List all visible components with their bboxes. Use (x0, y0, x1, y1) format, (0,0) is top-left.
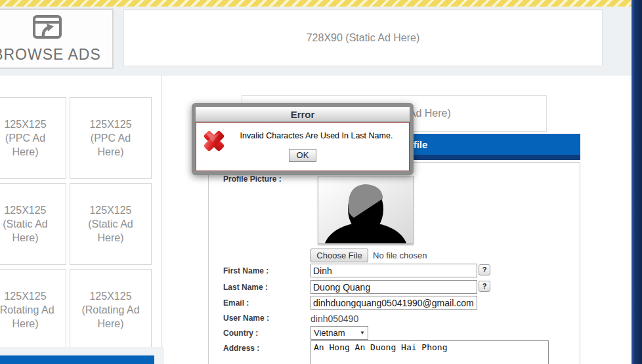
error-dialog-titlebar[interactable]: Error (196, 107, 410, 122)
user-name-label: User Name : (223, 313, 269, 323)
browse-ads-button[interactable]: BROWSE ADS (0, 9, 114, 69)
no-file-chosen-text: No file chosen (373, 251, 427, 260)
address-label: Address : (223, 344, 259, 353)
address-textarea[interactable]: An Hong An Duong Hai Phong (310, 340, 549, 364)
hazard-stripe (0, 0, 631, 7)
last-name-label: Last Name : (223, 283, 268, 292)
email-input[interactable] (310, 296, 477, 310)
country-select[interactable]: Vietnam ▼ (310, 326, 368, 340)
country-label: Country : (223, 329, 258, 338)
profile-picture (318, 176, 414, 244)
error-x-icon (202, 127, 226, 154)
sidebar-ad-placeholder: 125X125 (PPC Ad Here) (0, 97, 66, 179)
leaderboard-ad-placeholder: 728X90 (Static Ad Here) (123, 9, 603, 66)
profile-picture-label: Profile Picture : (223, 174, 282, 184)
first-name-input[interactable] (310, 264, 477, 277)
sidebar-ad-placeholder: 125X125 (PPC Ad Here) (70, 97, 152, 179)
error-dialog-body: Invalid Charactes Are Used In Last Name.… (196, 122, 410, 171)
first-name-help-button[interactable]: ? (479, 264, 490, 275)
error-message: Invalid Charactes Are Used In Last Name. (226, 131, 406, 140)
sidebar-section-header (0, 355, 154, 364)
sidebar-ad-placeholder: 125X125 (Static Ad Here) (0, 183, 66, 265)
first-name-label: First Name : (223, 266, 268, 275)
sidebar-ad-placeholder: 125X125 (Rotating Ad Here) (70, 269, 152, 351)
choose-file-button[interactable]: Choose File (310, 249, 368, 262)
browse-ads-label: BROWSE ADS (0, 46, 101, 64)
country-selected-value: Vietnam (314, 328, 345, 338)
right-background-band (631, 0, 642, 364)
error-dialog: Error Invalid Charactes Are (192, 103, 414, 175)
error-dialog-title: Error (291, 109, 315, 120)
page: BROWSE ADS 728X90 (Static Ad Here) 125X1… (0, 0, 642, 364)
sidebar-divider (161, 75, 161, 364)
ad-728-text: 728X90 (Static Ad Here) (307, 32, 420, 44)
last-name-input[interactable] (310, 280, 477, 294)
last-name-help-button[interactable]: ? (479, 281, 490, 292)
choose-file-label: Choose File (316, 251, 362, 260)
sidebar-ad-placeholder: 125X125 (Rotating Ad Here) (0, 269, 66, 351)
sidebar-ad-placeholder: 125X125 (Static Ad Here) (70, 183, 152, 265)
email-label: Email : (223, 298, 249, 308)
chevron-down-icon: ▼ (360, 330, 365, 336)
user-name-value: dinh050490 (310, 313, 358, 324)
ok-button[interactable]: OK (289, 149, 316, 162)
browse-ads-icon (32, 14, 62, 43)
